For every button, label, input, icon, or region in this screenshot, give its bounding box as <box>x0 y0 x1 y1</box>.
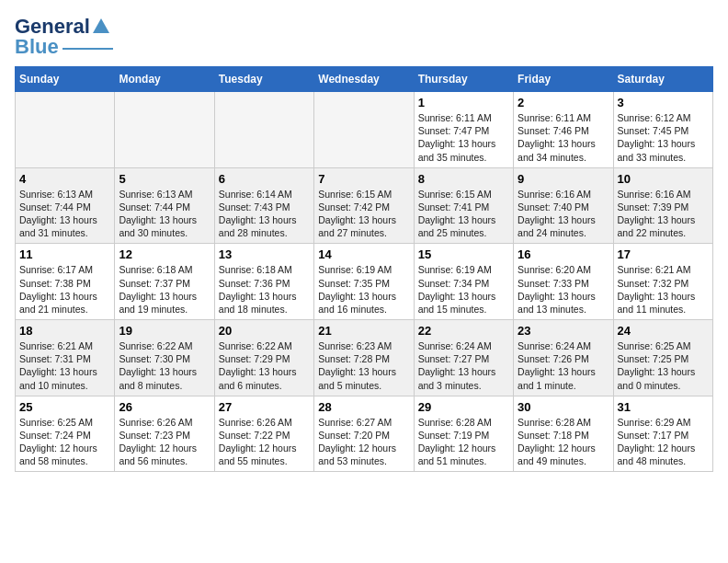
day-info: Sunrise: 6:29 AM Sunset: 7:17 PM Dayligh… <box>618 416 709 468</box>
calendar-cell: 16Sunrise: 6:20 AM Sunset: 7:33 PM Dayli… <box>514 244 613 320</box>
day-info: Sunrise: 6:28 AM Sunset: 7:18 PM Dayligh… <box>518 416 609 468</box>
day-info: Sunrise: 6:24 AM Sunset: 7:27 PM Dayligh… <box>418 339 509 392</box>
day-number: 6 <box>219 172 310 186</box>
calendar-cell: 18Sunrise: 6:21 AM Sunset: 7:31 PM Dayli… <box>16 320 115 396</box>
day-number: 30 <box>518 400 609 414</box>
day-number: 19 <box>119 324 210 338</box>
weekday-header: Tuesday <box>214 67 313 92</box>
calendar-cell: 22Sunrise: 6:24 AM Sunset: 7:27 PM Dayli… <box>414 320 513 396</box>
day-number: 12 <box>119 247 210 261</box>
day-info: Sunrise: 6:26 AM Sunset: 7:23 PM Dayligh… <box>119 416 210 468</box>
day-number: 9 <box>518 172 609 186</box>
calendar-cell: 8Sunrise: 6:15 AM Sunset: 7:41 PM Daylig… <box>414 167 513 244</box>
calendar-cell <box>314 92 414 168</box>
day-info: Sunrise: 6:28 AM Sunset: 7:19 PM Dayligh… <box>418 416 509 468</box>
day-info: Sunrise: 6:25 AM Sunset: 7:24 PM Dayligh… <box>19 416 110 468</box>
calendar-cell: 11Sunrise: 6:17 AM Sunset: 7:38 PM Dayli… <box>16 244 115 320</box>
day-number: 22 <box>418 324 509 338</box>
day-number: 26 <box>119 400 210 414</box>
svg-marker-0 <box>93 18 109 33</box>
day-info: Sunrise: 6:22 AM Sunset: 7:29 PM Dayligh… <box>219 339 310 392</box>
day-info: Sunrise: 6:13 AM Sunset: 7:44 PM Dayligh… <box>119 188 210 240</box>
calendar-cell: 26Sunrise: 6:26 AM Sunset: 7:23 PM Dayli… <box>115 396 214 472</box>
calendar-cell: 19Sunrise: 6:22 AM Sunset: 7:30 PM Dayli… <box>115 320 214 396</box>
day-info: Sunrise: 6:24 AM Sunset: 7:26 PM Dayligh… <box>518 339 609 392</box>
day-number: 24 <box>618 324 709 338</box>
day-info: Sunrise: 6:17 AM Sunset: 7:38 PM Dayligh… <box>19 263 110 316</box>
calendar-cell: 24Sunrise: 6:25 AM Sunset: 7:25 PM Dayli… <box>613 320 712 396</box>
day-info: Sunrise: 6:12 AM Sunset: 7:45 PM Dayligh… <box>618 111 709 164</box>
calendar-cell: 21Sunrise: 6:23 AM Sunset: 7:28 PM Dayli… <box>314 320 414 396</box>
day-info: Sunrise: 6:16 AM Sunset: 7:40 PM Dayligh… <box>518 188 609 240</box>
calendar-cell: 1Sunrise: 6:11 AM Sunset: 7:47 PM Daylig… <box>414 92 513 168</box>
calendar-cell: 3Sunrise: 6:12 AM Sunset: 7:45 PM Daylig… <box>613 92 712 168</box>
day-number: 5 <box>119 172 210 186</box>
day-info: Sunrise: 6:20 AM Sunset: 7:33 PM Dayligh… <box>518 263 609 316</box>
logo: General Blue <box>15 15 113 59</box>
calendar-cell: 7Sunrise: 6:15 AM Sunset: 7:42 PM Daylig… <box>314 167 414 244</box>
day-number: 29 <box>418 400 509 414</box>
day-number: 8 <box>418 172 509 186</box>
calendar-cell: 25Sunrise: 6:25 AM Sunset: 7:24 PM Dayli… <box>16 396 115 472</box>
calendar-cell: 20Sunrise: 6:22 AM Sunset: 7:29 PM Dayli… <box>214 320 313 396</box>
day-number: 25 <box>19 400 110 414</box>
calendar-cell: 31Sunrise: 6:29 AM Sunset: 7:17 PM Dayli… <box>613 396 712 472</box>
day-number: 3 <box>618 96 709 109</box>
day-number: 13 <box>219 247 310 261</box>
page-header: General Blue <box>15 15 713 59</box>
day-info: Sunrise: 6:11 AM Sunset: 7:47 PM Dayligh… <box>418 111 509 164</box>
day-info: Sunrise: 6:15 AM Sunset: 7:42 PM Dayligh… <box>318 188 409 240</box>
day-number: 4 <box>19 172 110 186</box>
day-number: 7 <box>318 172 409 186</box>
day-info: Sunrise: 6:18 AM Sunset: 7:36 PM Dayligh… <box>219 263 310 316</box>
weekday-header: Saturday <box>613 67 712 92</box>
calendar-cell: 2Sunrise: 6:11 AM Sunset: 7:46 PM Daylig… <box>514 92 613 168</box>
weekday-header: Thursday <box>414 67 513 92</box>
calendar-cell <box>214 92 313 168</box>
calendar-cell: 15Sunrise: 6:19 AM Sunset: 7:34 PM Dayli… <box>414 244 513 320</box>
calendar-cell: 23Sunrise: 6:24 AM Sunset: 7:26 PM Dayli… <box>514 320 613 396</box>
calendar-cell: 6Sunrise: 6:14 AM Sunset: 7:43 PM Daylig… <box>214 167 313 244</box>
day-info: Sunrise: 6:21 AM Sunset: 7:31 PM Dayligh… <box>19 339 110 392</box>
calendar-cell: 28Sunrise: 6:27 AM Sunset: 7:20 PM Dayli… <box>314 396 414 472</box>
day-info: Sunrise: 6:25 AM Sunset: 7:25 PM Dayligh… <box>618 339 709 392</box>
day-info: Sunrise: 6:15 AM Sunset: 7:41 PM Dayligh… <box>418 188 509 240</box>
day-number: 21 <box>318 324 409 338</box>
day-number: 31 <box>618 400 709 414</box>
day-number: 18 <box>19 324 110 338</box>
day-number: 16 <box>518 247 609 261</box>
day-number: 2 <box>518 96 609 109</box>
day-info: Sunrise: 6:19 AM Sunset: 7:34 PM Dayligh… <box>418 263 509 316</box>
weekday-header: Sunday <box>16 67 115 92</box>
day-number: 20 <box>219 324 310 338</box>
weekday-header: Friday <box>514 67 613 92</box>
calendar-cell <box>115 92 214 168</box>
day-number: 10 <box>618 172 709 186</box>
day-number: 14 <box>318 247 409 261</box>
day-info: Sunrise: 6:22 AM Sunset: 7:30 PM Dayligh… <box>119 339 210 392</box>
calendar-cell: 14Sunrise: 6:19 AM Sunset: 7:35 PM Dayli… <box>314 244 414 320</box>
day-info: Sunrise: 6:27 AM Sunset: 7:20 PM Dayligh… <box>318 416 409 468</box>
day-info: Sunrise: 6:13 AM Sunset: 7:44 PM Dayligh… <box>19 188 110 240</box>
day-info: Sunrise: 6:19 AM Sunset: 7:35 PM Dayligh… <box>318 263 409 316</box>
logo-blue: Blue <box>15 35 59 59</box>
day-number: 28 <box>318 400 409 414</box>
calendar-cell: 12Sunrise: 6:18 AM Sunset: 7:37 PM Dayli… <box>115 244 214 320</box>
calendar-cell: 4Sunrise: 6:13 AM Sunset: 7:44 PM Daylig… <box>16 167 115 244</box>
calendar-cell: 30Sunrise: 6:28 AM Sunset: 7:18 PM Dayli… <box>514 396 613 472</box>
calendar-cell: 10Sunrise: 6:16 AM Sunset: 7:39 PM Dayli… <box>613 167 712 244</box>
calendar-table: SundayMondayTuesdayWednesdayThursdayFrid… <box>15 66 713 472</box>
day-number: 11 <box>19 247 110 261</box>
day-info: Sunrise: 6:18 AM Sunset: 7:37 PM Dayligh… <box>119 263 210 316</box>
calendar-cell: 29Sunrise: 6:28 AM Sunset: 7:19 PM Dayli… <box>414 396 513 472</box>
calendar-cell: 13Sunrise: 6:18 AM Sunset: 7:36 PM Dayli… <box>214 244 313 320</box>
day-info: Sunrise: 6:16 AM Sunset: 7:39 PM Dayligh… <box>618 188 709 240</box>
day-number: 27 <box>219 400 310 414</box>
day-number: 17 <box>618 247 709 261</box>
day-info: Sunrise: 6:21 AM Sunset: 7:32 PM Dayligh… <box>618 263 709 316</box>
calendar-cell <box>16 92 115 168</box>
day-number: 23 <box>518 324 609 338</box>
calendar-cell: 9Sunrise: 6:16 AM Sunset: 7:40 PM Daylig… <box>514 167 613 244</box>
calendar-cell: 17Sunrise: 6:21 AM Sunset: 7:32 PM Dayli… <box>613 244 712 320</box>
day-number: 15 <box>418 247 509 261</box>
